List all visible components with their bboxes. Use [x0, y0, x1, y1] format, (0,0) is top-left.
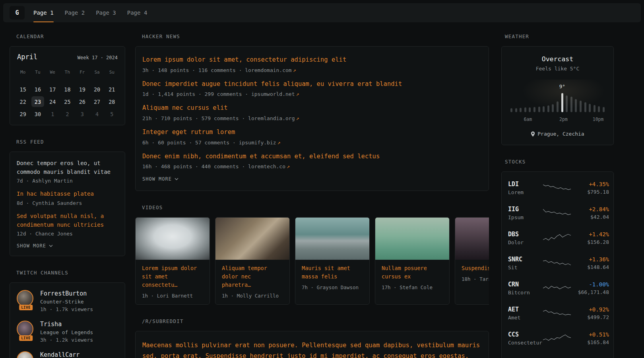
rss-item: Sed volutpat nulla nisl, a condimentum n…: [17, 212, 118, 237]
calendar-day: 18: [60, 83, 75, 95]
center-column: HACKER NEWS Lorem ipsum dolor sit amet, …: [135, 33, 489, 358]
stock-name: Ipsum: [508, 214, 543, 220]
stock-id: CRN Bitcorn: [508, 281, 543, 296]
rss-item-meta: 12d · Chance Jones: [17, 231, 118, 237]
video-body: Lorem ipsum dolor sit amet consectetu… 1…: [136, 260, 209, 304]
video-card[interactable]: Suspendisse diam 18h · Tara: [455, 217, 489, 305]
stock-values: +4.35% $795.18: [571, 181, 609, 195]
twitch-channel-name[interactable]: KendallCarr: [40, 351, 80, 358]
twitch-channel-name[interactable]: Trisha: [40, 321, 93, 328]
video-card[interactable]: Nullam posuere cursus ex 17h · Stefan Co…: [375, 217, 450, 305]
stock-row: AET Amet +0.92% $499.72: [508, 304, 607, 322]
top-nav-bar: G Page 1 Page 2 Page 3 Page 4: [3, 3, 641, 22]
hn-item: Donec imperdiet augue tincidunt felis al…: [142, 80, 482, 97]
stock-sparkline: [543, 233, 571, 243]
weather-time-label: 10pm: [593, 117, 604, 122]
stock-change: +0.51%: [571, 331, 609, 338]
calendar-day: 15: [16, 83, 30, 95]
twitch-channel[interactable]: LIVE ForrestBurton Counter-Strike 1h · 1…: [17, 290, 118, 312]
weather-widget: Overcast Feels like 5°C 9° 6am 2pm 10pm …: [501, 46, 614, 145]
calendar-day: 29: [16, 108, 30, 120]
stocks-section: STOCKS LDI Lorem +4.35% $795.18 IIG: [501, 159, 614, 358]
hacker-news-widget: Lorem ipsum dolor sit amet, consectetur …: [135, 46, 489, 191]
show-more-label: SHOW MORE: [17, 243, 46, 249]
stock-price: $66,171.48: [571, 289, 609, 295]
hacker-news-section: HACKER NEWS Lorem ipsum dolor sit amet, …: [135, 33, 489, 191]
hn-item-meta: 1d · 1,414 points · 299 comments · ipsum…: [142, 91, 482, 97]
twitch-channel[interactable]: LIVE Trisha League of Legends 3h · 1.2k …: [17, 321, 118, 343]
show-more-label: SHOW MORE: [142, 176, 172, 182]
external-link-icon[interactable]: ↗: [287, 163, 290, 169]
left-column: CALENDAR April Week 17 · 2024 Mo Tu We T…: [10, 33, 125, 358]
rss-widget: Donec tempor eros leo, ut commodo mauris…: [10, 152, 125, 256]
stock-values: +1.36% $148.64: [571, 256, 609, 270]
stock-name: Sit: [508, 265, 543, 270]
video-title[interactable]: Suspendisse diam: [462, 264, 489, 272]
page-tabs: Page 1 Page 2 Page 3 Page 4: [33, 3, 147, 22]
rss-item-link[interactable]: Sed volutpat nulla nisl, a condimentum n…: [17, 212, 118, 229]
video-title[interactable]: Nullam posuere cursus ex: [382, 264, 443, 281]
video-card[interactable]: Mauris sit amet massa felis 7h · Grayson…: [295, 217, 370, 305]
stock-sparkline: [543, 183, 571, 193]
rss-item-link[interactable]: In hac habitasse platea: [17, 190, 118, 198]
weather-hour-bar: [529, 107, 531, 112]
video-title[interactable]: Mauris sit amet massa felis: [302, 264, 363, 281]
hn-item-link[interactable]: Donec imperdiet augue tincidunt felis al…: [142, 80, 482, 89]
calendar-day-next-month: 3: [75, 108, 89, 120]
calendar-day: 26: [75, 95, 89, 108]
twitch-channel-meta: 1h · 1.7k viewers: [40, 306, 93, 312]
avatar: [17, 290, 33, 307]
hn-item-link[interactable]: Donec enim nibh, condimentum et accumsan…: [142, 152, 482, 161]
weather-hour-bar: [510, 108, 512, 112]
video-body: Suspendisse diam 18h · Tara: [455, 260, 489, 288]
twitch-avatar-wrap: LIVE: [17, 321, 35, 339]
hn-show-more-button[interactable]: SHOW MORE: [142, 176, 482, 182]
calendar-day: 16: [30, 83, 45, 95]
weekday-label: Th: [60, 67, 75, 77]
video-title[interactable]: Aliquam tempor dolor nec pharetra…: [222, 264, 283, 289]
weather-hour-bar: [575, 99, 577, 112]
rss-show-more-button[interactable]: SHOW MORE: [17, 243, 118, 249]
external-link-icon[interactable]: ↗: [293, 67, 296, 73]
tab-page-2[interactable]: Page 2: [65, 3, 85, 22]
video-card[interactable]: Lorem ipsum dolor sit amet consectetu… 1…: [135, 217, 210, 305]
rss-item-link[interactable]: Donec tempor eros leo, ut commodo mauris…: [17, 159, 118, 176]
external-link-icon[interactable]: ↗: [296, 91, 299, 97]
hn-meta-text: 16h · 468 points · 440 comments · loremt…: [142, 163, 285, 169]
twitch-channel-name[interactable]: ForrestBurton: [40, 290, 93, 297]
stock-id: LDI Lorem: [508, 181, 543, 195]
tab-page-1[interactable]: Page 1: [33, 3, 54, 22]
map-pin-icon: [531, 131, 535, 137]
stock-change: +1.42%: [571, 231, 609, 237]
video-meta: 17h · Stefan Cole: [382, 284, 443, 290]
hn-item-link[interactable]: Integer eget rutrum lorem: [142, 128, 482, 137]
external-link-icon[interactable]: ↗: [296, 115, 299, 121]
video-title[interactable]: Lorem ipsum dolor sit amet consectetu…: [142, 264, 203, 289]
stock-name: Dolor: [508, 239, 543, 245]
twitch-channel[interactable]: KendallCarr: [17, 351, 118, 358]
hn-item-link[interactable]: Lorem ipsum dolor sit amet, consectetur …: [142, 56, 482, 64]
video-thumbnail: [295, 218, 369, 260]
hn-item-link[interactable]: Aliquam nec cursus elit: [142, 104, 482, 113]
hn-item: Integer eget rutrum lorem 6h · 60 points…: [142, 128, 482, 146]
tab-page-3[interactable]: Page 3: [96, 3, 116, 22]
weather-hour-bar: [603, 107, 605, 112]
rss-section-title: RSS FEED: [16, 139, 125, 145]
stock-symbol: DBS: [508, 231, 543, 238]
stock-price: $42.04: [571, 214, 609, 220]
calendar-section-title: CALENDAR: [16, 33, 125, 39]
weather-hour-bar: [557, 101, 559, 112]
external-link-icon[interactable]: ↗: [277, 140, 281, 146]
tab-page-4[interactable]: Page 4: [127, 3, 147, 22]
video-card[interactable]: Aliquam tempor dolor nec pharetra… 1h · …: [215, 217, 290, 305]
subreddit-post: Maecenas mollis pulvinar erat non posuer…: [142, 340, 482, 358]
avatar: [17, 351, 33, 358]
subreddit-post-link[interactable]: Maecenas mollis pulvinar erat non posuer…: [142, 340, 482, 358]
stock-row: AHS +0.46%: [508, 354, 607, 358]
weather-hour-bar: [566, 95, 568, 112]
stock-change: +1.36%: [571, 256, 609, 263]
stocks-section-title: STOCKS: [505, 159, 614, 165]
rss-item-meta: 7d · Ashlyn Martin: [17, 178, 118, 184]
chevron-down-icon: [49, 245, 53, 247]
weather-hour-bar: [547, 105, 549, 112]
